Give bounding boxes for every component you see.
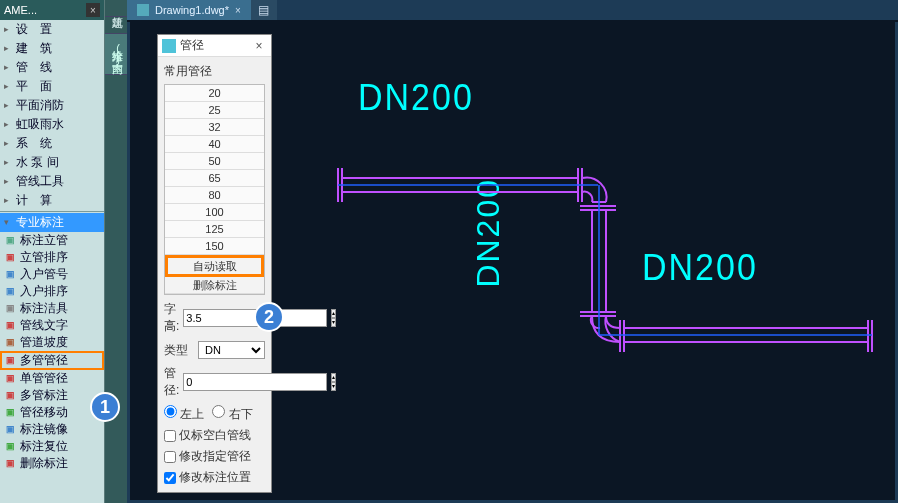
chevron-right-icon: ▸ — [4, 174, 14, 189]
tree-category[interactable]: ▸系 统 — [0, 134, 104, 153]
tool-icon: ▣ — [2, 406, 18, 420]
tool-item[interactable]: ▣多管标注 — [0, 387, 104, 404]
diam-label: 管径: — [164, 365, 179, 399]
new-tab-button[interactable]: ▤ — [251, 0, 277, 20]
tool-label: 立管排序 — [20, 250, 68, 265]
tree-category[interactable]: ▸管 线 — [0, 58, 104, 77]
size-option[interactable]: 150 — [165, 238, 264, 255]
tool-icon: ▣ — [2, 440, 18, 454]
tool-item[interactable]: ▣标注复位 — [0, 438, 104, 455]
side-tab-building[interactable]: 建筑 — [105, 0, 127, 17]
tree-special-annotation[interactable]: ▾ 专业标注 — [0, 213, 104, 232]
tool-label: 标注立管 — [20, 233, 68, 248]
size-option[interactable]: 100 — [165, 204, 264, 221]
tool-icon: ▣ — [2, 372, 18, 386]
tool-label: 管道坡度 — [20, 335, 68, 350]
radio-left-top[interactable]: 左上 — [164, 405, 204, 423]
tree-label: 管 线 — [16, 60, 52, 75]
tool-label: 单管管径 — [20, 371, 68, 386]
chk-modify-pos[interactable]: 修改标注位置 — [164, 469, 265, 486]
chk-modify-diam[interactable]: 修改指定管径 — [164, 448, 265, 465]
chevron-right-icon: ▸ — [4, 60, 14, 75]
tool-icon: ▣ — [2, 354, 18, 368]
tool-label: 删除标注 — [20, 456, 68, 471]
tree-category[interactable]: ▸设 置 — [0, 20, 104, 39]
tool-item[interactable]: ▣管线文字 — [0, 317, 104, 334]
text-height-row: 字高: ▴▾ — [164, 301, 265, 335]
tree-label: 建 筑 — [16, 41, 52, 56]
side-tab-pipe[interactable]: 管道 — [105, 17, 127, 34]
file-tab[interactable]: Drawing1.dwg* × — [127, 0, 251, 20]
type-row: 类型 DN — [164, 341, 265, 359]
chevron-right-icon: ▸ — [4, 193, 14, 208]
size-option[interactable]: 20 — [165, 85, 264, 102]
tool-item[interactable]: ▣删除标注 — [0, 455, 104, 472]
plus-icon: ▤ — [258, 3, 269, 17]
tool-label: 标注复位 — [20, 439, 68, 454]
chevron-right-icon: ▸ — [4, 136, 14, 151]
tool-icon: ▣ — [2, 234, 18, 248]
chevron-right-icon: ▸ — [4, 98, 14, 113]
palette-title: AME... — [4, 4, 37, 16]
height-label: 字高: — [164, 301, 179, 335]
tree-label: 平面消防 — [16, 98, 64, 113]
tool-item[interactable]: ▣多管管径 — [0, 351, 104, 370]
model-space[interactable]: 管径 × 常用管径 20253240506580100125150 自动读取 删… — [127, 22, 898, 503]
tool-label: 管径移动 — [20, 405, 68, 420]
size-option[interactable]: 125 — [165, 221, 264, 238]
tool-icon: ▣ — [2, 457, 18, 471]
diam-input[interactable] — [183, 373, 327, 391]
tree-category[interactable]: ▸平面消防 — [0, 96, 104, 115]
dialog-titlebar[interactable]: 管径 × — [158, 35, 271, 57]
separator — [0, 211, 104, 212]
pipe-drawing — [320, 152, 890, 382]
palette-close-icon[interactable]: × — [86, 3, 100, 17]
tool-item[interactable]: ▣立管排序 — [0, 249, 104, 266]
tool-item[interactable]: ▣标注镜像 — [0, 421, 104, 438]
tool-item[interactable]: ▣单管管径 — [0, 370, 104, 387]
chevron-down-icon: ▾ — [4, 215, 14, 230]
side-tab-drain[interactable]: 给排水(室内) — [105, 34, 127, 75]
tool-item[interactable]: ▣标注立管 — [0, 232, 104, 249]
tree-category[interactable]: ▸建 筑 — [0, 39, 104, 58]
tool-label: 多管标注 — [20, 388, 68, 403]
auto-read-button[interactable]: 自动读取 — [165, 255, 264, 277]
size-option[interactable]: 65 — [165, 170, 264, 187]
annotation-dn200-top: DN200 — [358, 76, 474, 119]
tree-category[interactable]: ▸虹吸雨水 — [0, 115, 104, 134]
tool-label: 管线文字 — [20, 318, 68, 333]
tree-category[interactable]: ▸平 面 — [0, 77, 104, 96]
size-option[interactable]: 50 — [165, 153, 264, 170]
tree-label: 设 置 — [16, 22, 52, 37]
tool-icon: ▣ — [2, 285, 18, 299]
type-select[interactable]: DN — [198, 341, 265, 359]
tool-item[interactable]: ▣入户排序 — [0, 283, 104, 300]
size-option[interactable]: 32 — [165, 119, 264, 136]
tool-icon: ▣ — [2, 251, 18, 265]
tool-item[interactable]: ▣管径移动 — [0, 404, 104, 421]
tree-category[interactable]: ▸计 算 — [0, 191, 104, 210]
close-tab-icon[interactable]: × — [235, 5, 241, 16]
dialog-close-icon[interactable]: × — [251, 39, 267, 53]
tool-item[interactable]: ▣标注洁具 — [0, 300, 104, 317]
palette-header: AME... × — [0, 0, 104, 20]
delete-annotation-button[interactable]: 删除标注 — [165, 277, 264, 294]
pipe-diameter-dialog: 管径 × 常用管径 20253240506580100125150 自动读取 删… — [157, 34, 272, 493]
chk-blank-only[interactable]: 仅标空白管线 — [164, 427, 265, 444]
tree-category[interactable]: ▸管线工具 — [0, 172, 104, 191]
tree-label: 管线工具 — [16, 174, 64, 189]
tree-category[interactable]: ▸水 泵 间 — [0, 153, 104, 172]
size-option[interactable]: 40 — [165, 136, 264, 153]
tool-item[interactable]: ▣管道坡度 — [0, 334, 104, 351]
tool-item[interactable]: ▣入户管号 — [0, 266, 104, 283]
drawing-area: Drawing1.dwg* × ▤ 管径 × 常用管径 202532405065… — [127, 0, 898, 503]
chevron-right-icon: ▸ — [4, 117, 14, 132]
size-option[interactable]: 80 — [165, 187, 264, 204]
tool-label: 入户管号 — [20, 267, 68, 282]
size-option[interactable]: 25 — [165, 102, 264, 119]
radio-right-bottom[interactable]: 右下 — [212, 405, 252, 423]
chevron-right-icon: ▸ — [4, 22, 14, 37]
dialog-app-icon — [162, 39, 176, 53]
callout-badge-2: 2 — [254, 302, 284, 332]
tree-label: 计 算 — [16, 193, 52, 208]
